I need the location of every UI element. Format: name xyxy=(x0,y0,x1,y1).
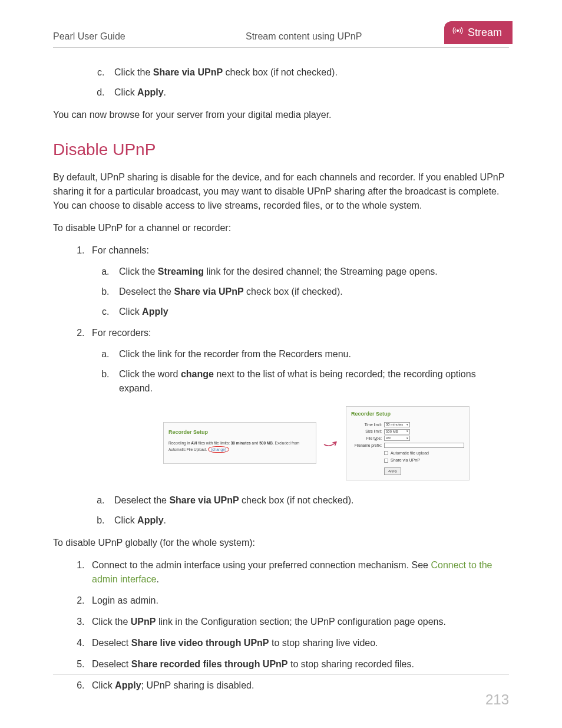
svg-point-0 xyxy=(457,30,458,32)
change-link[interactable]: (change) xyxy=(208,446,229,453)
alpha-sublist: Click the link for the recorder from the… xyxy=(112,347,509,396)
size-limit-select[interactable]: 500 MB xyxy=(384,429,410,434)
list-item: Deselect Share recorded files through UP… xyxy=(87,657,509,671)
file-type-select[interactable]: AVI xyxy=(384,436,410,441)
share-upnp-label: Share via UPnP xyxy=(391,457,420,464)
header-left: Pearl User Guide xyxy=(53,29,125,44)
body-text: To disable UPnP globally (for the whole … xyxy=(53,536,509,550)
list-item: For recorders: Click the link for the re… xyxy=(87,326,509,396)
panel-title: Recorder Setup xyxy=(168,429,311,437)
panel-title: Recorder Setup xyxy=(351,410,464,419)
list-item: Click the link for the recorder from the… xyxy=(112,347,509,361)
recorder-setup-collapsed-panel: Recorder Setup Recording in AVI files wi… xyxy=(163,422,316,464)
share-upnp-checkbox[interactable] xyxy=(384,459,388,463)
list-item: Deselect Share live video through UPnP t… xyxy=(87,636,509,650)
numbered-list: Connect to the admin interface using you… xyxy=(87,558,509,693)
body-text: By default, UPnP sharing is disable for … xyxy=(53,170,509,213)
stream-tab-label: Stream xyxy=(468,25,502,41)
file-type-label: File type: xyxy=(351,436,382,442)
alpha-sublist: Click the Streaming link for the desired… xyxy=(112,265,509,319)
list-item: Click the UPnP link in the Configuration… xyxy=(87,615,509,629)
list-item: Click the Share via UPnP check box (if n… xyxy=(107,65,509,80)
page-header: Pearl User Guide Stream content using UP… xyxy=(53,29,509,48)
broadcast-icon xyxy=(452,25,463,41)
continued-alpha-list: Click the Share via UPnP check box (if n… xyxy=(107,65,509,100)
page-number: 213 xyxy=(485,689,509,710)
time-limit-label: Time limit: xyxy=(351,422,382,428)
list-item: Click the Streaming link for the desired… xyxy=(112,265,509,279)
numbered-list: For channels: Click the Streaming link f… xyxy=(87,243,509,396)
filename-prefix-label: Filename prefix: xyxy=(351,443,382,449)
list-item: Login as admin. xyxy=(87,594,509,608)
list-item: Deselect the Share via UPnP check box (i… xyxy=(107,493,509,508)
body-text: To disable UPnP for a channel or recorde… xyxy=(53,221,509,235)
size-limit-label: Size limit: xyxy=(351,429,382,434)
page-content: Click the Share via UPnP check box (if n… xyxy=(53,65,509,693)
list-item: Click Apply xyxy=(112,305,509,319)
auto-upload-label: Automatic file upload xyxy=(391,450,429,457)
section-heading: Disable UPnP xyxy=(53,137,509,162)
footer-divider xyxy=(53,674,509,675)
arrow-icon xyxy=(322,432,340,454)
apply-button[interactable]: Apply xyxy=(384,467,401,475)
alpha-sublist: Deselect the Share via UPnP check box (i… xyxy=(107,493,509,528)
recorder-setup-figure: Recorder Setup Recording in AVI files wi… xyxy=(124,406,509,480)
list-item: Deselect the Share via UPnP check box (i… xyxy=(112,285,509,299)
list-item: Connect to the admin interface using you… xyxy=(87,558,509,587)
stream-tab: Stream xyxy=(444,21,513,44)
list-item: Click Apply. xyxy=(107,513,509,528)
header-center: Stream content using UPnP xyxy=(246,29,362,44)
list-item: For channels: Click the Streaming link f… xyxy=(87,243,509,319)
auto-upload-checkbox[interactable] xyxy=(384,451,388,455)
panel-description: Recording in AVI files with file limits:… xyxy=(168,440,311,453)
list-item: Click Apply; UPnP sharing is disabled. xyxy=(87,678,509,693)
filename-prefix-input[interactable] xyxy=(384,443,464,448)
recorder-setup-expanded-panel: Recorder Setup Time limit: 30 minutes Si… xyxy=(346,406,470,480)
body-text: You can now browse for your server from … xyxy=(53,108,509,122)
list-item: Click Apply. xyxy=(107,85,509,100)
time-limit-select[interactable]: 30 minutes xyxy=(384,422,410,427)
list-item: Click the word change next to the list o… xyxy=(112,367,509,396)
